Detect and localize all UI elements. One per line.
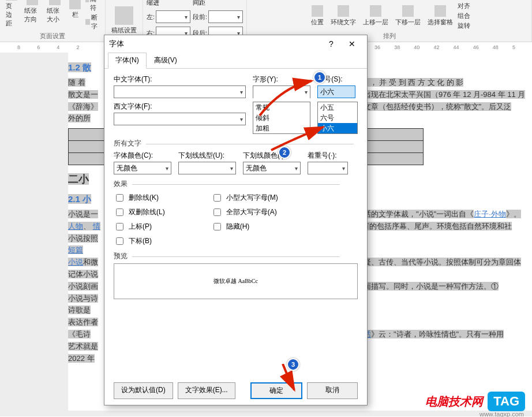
heading-1: 1.2 散 bbox=[68, 62, 91, 72]
underline-color-combo[interactable]: 无颜色 bbox=[243, 162, 301, 174]
chk-subscript[interactable]: 下标(B) bbox=[114, 236, 165, 247]
watermark: 电脑技术网 TAG bbox=[425, 392, 525, 411]
page-setup-label: 页面设置 bbox=[40, 32, 65, 40]
link-qing[interactable]: 情 bbox=[93, 222, 100, 230]
link-duanpian[interactable]: 短篇 bbox=[68, 245, 83, 254]
preview-box: 微软卓越 AaBbCc bbox=[114, 263, 358, 299]
group-button[interactable]: 组合 bbox=[458, 12, 470, 20]
align-button[interactable]: 对齐 bbox=[458, 2, 470, 10]
link-xiaoshuo[interactable]: 小说 bbox=[68, 258, 83, 266]
watermark-url: www.tagxp.com bbox=[479, 411, 524, 417]
columns-button[interactable]: 栏 bbox=[67, 0, 83, 20]
dialog-title: 字体 bbox=[109, 39, 321, 49]
text-effects-button[interactable]: 文字效果(E)... bbox=[178, 382, 235, 399]
spacing-before-input[interactable] bbox=[208, 10, 243, 23]
arrange-label: 排列 bbox=[383, 32, 396, 40]
badge-1: 1 bbox=[313, 71, 326, 84]
style-label: 字形(Y): bbox=[253, 75, 310, 84]
cn-font-label: 中文字体(T): bbox=[114, 75, 246, 84]
cn-font-combo[interactable] bbox=[114, 85, 246, 98]
spacing-label: 间距 bbox=[193, 0, 243, 7]
chk-dstrike[interactable]: 双删除线(L) bbox=[114, 207, 165, 218]
dialog-tabs: 字体(N) 高级(V) bbox=[104, 53, 367, 69]
breaks-button[interactable]: 分隔符 bbox=[85, 0, 102, 12]
font-dialog: 字体 ? ✕ 字体(N) 高级(V) 中文字体(T): 字形(Y): 字号(S)… bbox=[104, 35, 368, 405]
hyphen-button[interactable]: 断字 bbox=[85, 13, 102, 31]
margin-button[interactable]: 页边距 bbox=[3, 0, 20, 29]
en-font-label: 西文字体(F): bbox=[114, 102, 246, 111]
style-listbox[interactable]: 常规 倾斜 加粗 bbox=[253, 102, 310, 134]
size-button[interactable]: 纸张大小 bbox=[44, 0, 65, 25]
font-color-combo[interactable]: 无颜色 bbox=[114, 162, 171, 174]
chk-strike[interactable]: 删除线(K) bbox=[114, 192, 165, 203]
size-listbox[interactable]: 小五 六号 小六 bbox=[317, 102, 358, 134]
dialog-titlebar[interactable]: 字体 ? ✕ bbox=[104, 35, 367, 53]
set-default-button[interactable]: 设为默认值(D) bbox=[114, 382, 173, 399]
help-button[interactable]: ? bbox=[321, 36, 342, 51]
chk-allcaps[interactable]: 全部大写字母(A) bbox=[211, 207, 278, 218]
cancel-button[interactable]: 取消 bbox=[307, 382, 358, 399]
heading-2: 二小 bbox=[68, 173, 89, 185]
ok-button[interactable]: 确定 bbox=[250, 382, 302, 399]
indent-label: 缩进 bbox=[147, 0, 190, 7]
tab-advanced[interactable]: 高级(V) bbox=[147, 53, 185, 68]
selection-pane-button[interactable]: 选择窗格 bbox=[425, 4, 455, 28]
emphasis-combo[interactable] bbox=[308, 162, 348, 174]
forward-button[interactable]: 上移一层 bbox=[361, 4, 391, 28]
orientation-button[interactable]: 纸张方向 bbox=[22, 0, 42, 25]
badge-2: 2 bbox=[278, 146, 291, 159]
position-button[interactable]: 位置 bbox=[309, 4, 326, 28]
link-renwu[interactable]: 人物 bbox=[68, 222, 83, 230]
wrap-button[interactable]: 环绕文字 bbox=[328, 4, 358, 28]
size-selected[interactable]: 小六 bbox=[318, 123, 357, 133]
heading-3: 2.1 小 bbox=[68, 194, 91, 204]
backward-button[interactable]: 下移一层 bbox=[393, 4, 423, 28]
indent-left-input[interactable] bbox=[156, 10, 190, 23]
en-font-combo[interactable] bbox=[114, 113, 246, 125]
all-text-label: 所有文字 bbox=[114, 139, 358, 148]
underline-combo[interactable] bbox=[178, 162, 236, 174]
preview-label: 预览 bbox=[114, 251, 358, 261]
tab-font[interactable]: 字体(N) bbox=[108, 53, 147, 69]
close-button[interactable]: ✕ bbox=[342, 36, 362, 51]
chk-superscript[interactable]: 上标(P) bbox=[114, 221, 165, 232]
draft-button[interactable]: 稿纸设置 bbox=[109, 5, 139, 36]
chk-hidden[interactable]: 隐藏(H) bbox=[211, 221, 278, 232]
rotate-button[interactable]: 旋转 bbox=[458, 21, 470, 30]
link-zhuangzi[interactable]: 庄子·外物 bbox=[474, 210, 506, 218]
chk-smallcaps[interactable]: 小型大写字母(M) bbox=[211, 192, 278, 203]
effects-label: 效果 bbox=[114, 179, 358, 189]
badge-3: 3 bbox=[287, 358, 299, 371]
size-input[interactable] bbox=[317, 85, 355, 98]
style-input[interactable] bbox=[253, 85, 310, 98]
